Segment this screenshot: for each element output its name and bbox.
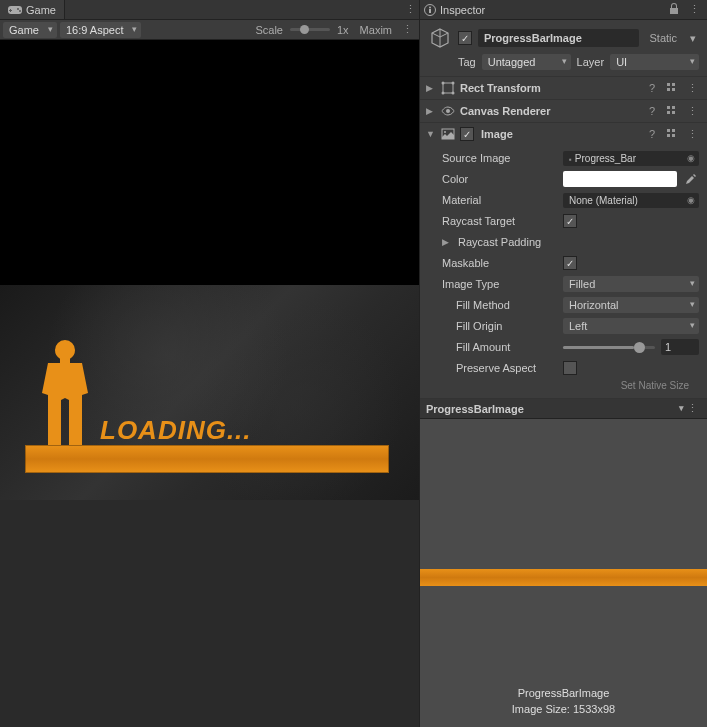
eye-icon (441, 104, 455, 118)
svg-point-22 (444, 131, 446, 133)
inspector-panel: Inspector ⋮ ProgressBarImage Static ▾ Ta… (419, 0, 707, 727)
object-enabled-checkbox[interactable] (458, 31, 472, 45)
svg-rect-15 (672, 88, 675, 91)
component-menu-icon[interactable]: ⋮ (684, 105, 701, 118)
svg-point-8 (442, 82, 445, 85)
color-label: Color (442, 173, 557, 185)
image-component-header[interactable]: ▼ Image ? ⋮ (420, 123, 707, 145)
svg-point-10 (442, 92, 445, 95)
game-tab-bar: Game ⋮ (0, 0, 419, 20)
source-image-field[interactable]: Progress_Bar (563, 151, 699, 166)
component-title: Image (481, 128, 641, 140)
fill-origin-label: Fill Origin (456, 320, 557, 332)
game-scene: LOADING... (0, 285, 419, 500)
svg-rect-24 (672, 129, 675, 132)
preserve-aspect-label: Preserve Aspect (456, 362, 557, 374)
set-native-size-button[interactable]: Set Native Size (617, 380, 693, 392)
preset-icon[interactable] (663, 105, 679, 117)
raycast-target-checkbox[interactable] (563, 214, 577, 228)
svg-rect-7 (443, 83, 453, 93)
raycast-padding-label: Raycast Padding (458, 236, 563, 248)
game-panel: Game ⋮ Game 16:9 Aspect Scale 1x Maxim ⋮… (0, 0, 419, 727)
layer-label: Layer (577, 56, 605, 68)
fill-amount-slider[interactable] (563, 346, 655, 349)
fill-method-label: Fill Method (456, 299, 557, 311)
inspector-tab-bar: Inspector ⋮ (420, 0, 707, 20)
gamepad-icon (8, 5, 22, 15)
svg-rect-6 (429, 9, 431, 13)
loading-progress-bar (25, 445, 389, 473)
maximize-label[interactable]: Maxim (356, 24, 396, 36)
component-menu-icon[interactable]: ⋮ (684, 82, 701, 95)
game-tab-label: Game (26, 4, 56, 16)
fill-origin-dropdown[interactable]: Left (563, 318, 699, 334)
svg-rect-14 (667, 88, 670, 91)
svg-point-0 (17, 8, 19, 10)
raycast-target-label: Raycast Target (442, 215, 557, 227)
inspector-menu-icon[interactable]: ⋮ (686, 3, 703, 16)
material-field[interactable]: None (Material) (563, 193, 699, 208)
eyedropper-icon[interactable] (683, 171, 699, 187)
expand-arrow-icon[interactable]: ▼ (426, 129, 436, 139)
tag-dropdown[interactable]: Untagged (482, 54, 571, 70)
inspector-tab-label[interactable]: Inspector (440, 4, 662, 16)
game-toolbar-menu-icon[interactable]: ⋮ (399, 23, 416, 36)
preview-caption-name: ProgressBarImage (420, 686, 707, 701)
scale-value: 1x (333, 24, 353, 36)
layer-dropdown[interactable]: UI (610, 54, 699, 70)
maskable-checkbox[interactable] (563, 256, 577, 270)
svg-point-11 (452, 92, 455, 95)
svg-rect-26 (672, 134, 675, 137)
svg-rect-3 (9, 10, 12, 11)
help-icon[interactable]: ? (646, 105, 658, 117)
preserve-aspect-checkbox[interactable] (563, 361, 577, 375)
preset-icon[interactable] (663, 82, 679, 94)
object-name-field[interactable]: ProgressBarImage (478, 29, 639, 47)
preview-title: ProgressBarImage (426, 403, 684, 415)
component-title: Rect Transform (460, 82, 641, 94)
component-title: Canvas Renderer (460, 105, 641, 117)
preview-header[interactable]: ProgressBarImage ⋮ (420, 399, 707, 419)
aspect-dropdown[interactable]: 16:9 Aspect (60, 22, 142, 38)
expand-arrow-icon[interactable]: ▶ (442, 237, 452, 247)
svg-rect-23 (667, 129, 670, 132)
fill-amount-label: Fill Amount (456, 341, 557, 353)
rect-transform-header[interactable]: ▶ Rect Transform ? ⋮ (420, 77, 707, 99)
preset-icon[interactable] (663, 128, 679, 140)
scale-slider[interactable] (290, 28, 330, 31)
svg-rect-20 (672, 111, 675, 114)
color-field[interactable] (563, 171, 677, 187)
game-panel-menu-icon[interactable]: ⋮ (402, 3, 419, 16)
static-label[interactable]: Static (645, 32, 681, 44)
expand-arrow-icon[interactable]: ▶ (426, 106, 436, 116)
preview-body: ProgressBarImage Image Size: 1533x98 (420, 419, 707, 727)
svg-rect-18 (672, 106, 675, 109)
lock-icon[interactable] (666, 3, 682, 17)
image-enabled-checkbox[interactable] (460, 127, 474, 141)
canvas-renderer-component: ▶ Canvas Renderer ? ⋮ (420, 100, 707, 123)
display-dropdown[interactable]: Game (3, 22, 57, 38)
svg-rect-12 (667, 83, 670, 86)
game-tab[interactable]: Game (0, 0, 65, 19)
object-header: ProgressBarImage Static ▾ Tag Untagged L… (420, 20, 707, 77)
info-icon (424, 4, 436, 16)
scale-label: Scale (251, 24, 287, 36)
game-toolbar: Game 16:9 Aspect Scale 1x Maxim ⋮ (0, 20, 419, 40)
preview-menu-icon[interactable]: ⋮ (684, 402, 701, 415)
image-component: ▼ Image ? ⋮ Source Image Progress_Bar Co… (420, 123, 707, 399)
loading-text: LOADING... (100, 415, 252, 446)
svg-point-16 (446, 109, 450, 113)
help-icon[interactable]: ? (646, 128, 658, 140)
fill-method-dropdown[interactable]: Horizontal (563, 297, 699, 313)
static-dropdown-arrow-icon[interactable]: ▾ (687, 32, 699, 45)
help-icon[interactable]: ? (646, 82, 658, 94)
maskable-label: Maskable (442, 257, 557, 269)
expand-arrow-icon[interactable]: ▶ (426, 83, 436, 93)
tag-label: Tag (458, 56, 476, 68)
image-icon (441, 127, 455, 141)
fill-amount-value[interactable]: 1 (661, 339, 699, 355)
canvas-renderer-header[interactable]: ▶ Canvas Renderer ? ⋮ (420, 100, 707, 122)
image-type-dropdown[interactable]: Filled (563, 276, 699, 292)
svg-rect-19 (667, 111, 670, 114)
component-menu-icon[interactable]: ⋮ (684, 128, 701, 141)
